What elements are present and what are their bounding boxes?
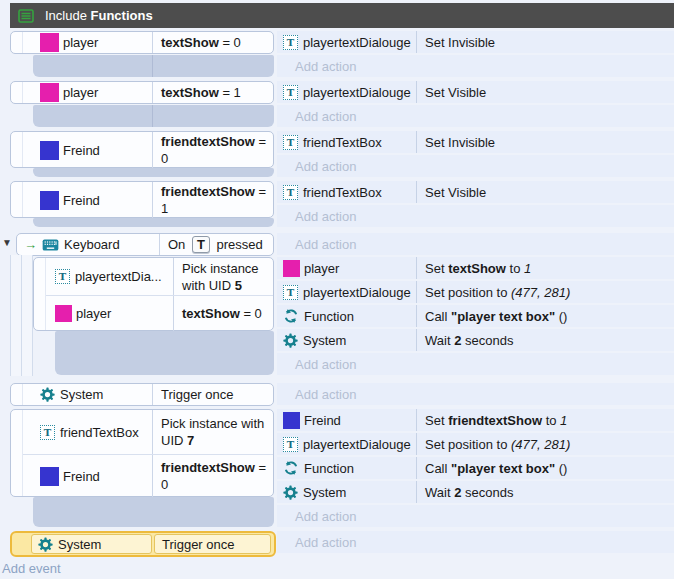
action-row[interactable]: System Wait 2 seconds — [277, 481, 674, 503]
condition-object-player[interactable]: player — [46, 296, 174, 331]
event-margin[interactable] — [34, 258, 46, 330]
action-text[interactable]: Wait 2 seconds — [417, 329, 674, 351]
action-row[interactable]: Function Call "player text box" () — [277, 305, 674, 327]
condition-expression[interactable]: textShow = 0 — [153, 32, 273, 53]
action-text[interactable]: Set textShow to 1 — [417, 257, 674, 279]
action-object: playertextDialouge — [277, 81, 417, 103]
add-action-link[interactable]: Add action — [277, 205, 674, 227]
action-text[interactable]: Call "player text box" () — [417, 457, 674, 479]
action-row[interactable]: player Set textShow to 1 — [277, 257, 674, 279]
object-name: friendTextBox — [60, 425, 139, 440]
event-margin[interactable] — [11, 82, 23, 103]
action-text[interactable]: Set Visible — [417, 181, 674, 203]
action-row[interactable]: playertextDialouge Set Invisible — [277, 31, 674, 53]
action-text[interactable]: Set Visible — [417, 81, 674, 103]
add-action-link[interactable]: Add action — [277, 105, 674, 127]
condition-expression[interactable]: On T pressed — [159, 234, 273, 255]
gear-icon — [283, 333, 298, 348]
action-text[interactable]: Set position to (477, 281) — [417, 281, 674, 303]
event-system-selected[interactable]: System Trigger once — [10, 531, 276, 557]
action-text[interactable]: Set friendtextShow to 1 — [417, 409, 674, 431]
condition-expression[interactable]: Trigger once — [153, 384, 273, 405]
action-object: playertextDialouge — [277, 281, 417, 303]
event-margin[interactable] — [11, 32, 23, 53]
event-margin[interactable] — [11, 384, 23, 405]
action-object: Freind — [277, 409, 417, 431]
event-body-strip[interactable] — [33, 497, 274, 527]
subevent-pick-player[interactable]: playertextDia... Pick instance with UID … — [33, 257, 274, 331]
condition-object-freind[interactable]: Freind — [23, 132, 153, 168]
condition-object-keyboard[interactable]: → Keyboard — [17, 234, 159, 255]
event-pick-freind[interactable]: friendTextBox Pick instance with UID 7 F… — [10, 409, 274, 497]
add-action-link[interactable]: Add action — [277, 505, 674, 527]
action-row[interactable]: friendTextBox Set Visible — [277, 181, 674, 203]
event-body-strip[interactable] — [55, 331, 274, 375]
object-name: Freind — [63, 469, 100, 484]
condition-object-friendtextbox[interactable]: friendTextBox — [23, 410, 153, 454]
action-row[interactable]: Freind Set friendtextShow to 1 — [277, 409, 674, 431]
event-indent-gutter — [10, 255, 22, 376]
action-row[interactable]: playertextDialouge Set position to (477,… — [277, 433, 674, 455]
condition-expression[interactable]: Pick instance with UID 7 — [153, 410, 273, 454]
add-action-link[interactable]: Add action — [277, 383, 674, 405]
event-freind-friendtextshow-0[interactable]: Freind friendtextShow = 0 — [10, 131, 274, 168]
condition-expression[interactable]: friendtextShow = 0 — [153, 132, 273, 168]
action-text[interactable]: Wait 2 seconds — [417, 481, 674, 503]
condition-expression[interactable]: friendtextShow = 0 — [153, 455, 273, 497]
event-indent-gutter — [22, 255, 33, 376]
condition-expression[interactable]: Pick instance with UID 5 — [174, 258, 273, 295]
event-body-strip[interactable] — [33, 55, 274, 77]
condition-expression[interactable]: textShow = 1 — [153, 82, 273, 103]
condition-object-system[interactable]: System — [23, 384, 153, 405]
action-text[interactable]: Set Invisible — [417, 131, 674, 153]
keyboard-icon — [42, 239, 59, 251]
event-keyboard[interactable]: → Keyboard On T pressed — [16, 233, 274, 256]
add-action-link[interactable]: Add action — [277, 353, 674, 375]
add-action-link[interactable]: Add action — [277, 55, 674, 77]
event-system-trigger-once[interactable]: System Trigger once — [10, 383, 274, 406]
add-action-link[interactable]: Add action — [277, 531, 674, 553]
event-freind-friendtextshow-1[interactable]: Freind friendtextShow = 1 — [10, 181, 274, 218]
event-margin[interactable] — [11, 132, 23, 167]
event-margin[interactable] — [11, 182, 23, 217]
freind-icon — [40, 141, 59, 160]
condition-object-playertextdialouge[interactable]: playertextDia... — [46, 258, 174, 295]
gear-icon — [283, 485, 298, 500]
freind-icon — [40, 191, 59, 210]
condition-object-freind[interactable]: Freind — [23, 455, 153, 497]
condition-object-freind[interactable]: Freind — [23, 182, 153, 218]
gear-icon — [38, 537, 53, 552]
event-player-textshow-0[interactable]: player textShow = 0 — [10, 31, 274, 54]
event-player-textshow-1[interactable]: player textShow = 1 — [10, 81, 274, 104]
collapse-triangle-icon[interactable]: ▼ — [2, 237, 12, 248]
condition-expression[interactable]: friendtextShow = 1 — [153, 182, 273, 218]
text-object-icon — [283, 437, 298, 452]
condition-object-player[interactable]: player — [23, 32, 153, 53]
add-action-link[interactable]: Add action — [277, 233, 674, 255]
action-row[interactable]: Function Call "player text box" () — [277, 457, 674, 479]
action-row[interactable]: playertextDialouge Set Visible — [277, 81, 674, 103]
action-object: friendTextBox — [277, 131, 417, 153]
condition-object-system[interactable]: System — [31, 534, 152, 554]
action-text[interactable]: Set position to (477, 281) — [417, 433, 674, 455]
text-object-icon — [55, 269, 70, 284]
action-text[interactable]: Set Invisible — [417, 31, 674, 53]
event-body-strip[interactable] — [33, 168, 274, 177]
include-functions-header[interactable]: Include Functions — [10, 3, 674, 28]
player-icon — [55, 305, 72, 322]
action-text[interactable]: Call "player text box" () — [417, 305, 674, 327]
event-body-strip[interactable] — [33, 218, 274, 227]
gear-icon — [40, 387, 55, 402]
event-body-strip[interactable] — [33, 105, 274, 127]
condition-object-player[interactable]: player — [23, 82, 153, 103]
condition-expression[interactable]: textShow = 0 — [174, 296, 273, 331]
action-row[interactable]: System Wait 2 seconds — [277, 329, 674, 351]
condition-expression[interactable]: Trigger once — [154, 534, 271, 554]
text-object-icon — [283, 285, 298, 300]
add-event-link[interactable]: Add event — [2, 561, 61, 576]
action-row[interactable]: friendTextBox Set Invisible — [277, 131, 674, 153]
add-action-link[interactable]: Add action — [277, 155, 674, 177]
event-margin[interactable] — [11, 410, 23, 496]
text-object-icon — [283, 185, 298, 200]
action-row[interactable]: playertextDialouge Set position to (477,… — [277, 281, 674, 303]
